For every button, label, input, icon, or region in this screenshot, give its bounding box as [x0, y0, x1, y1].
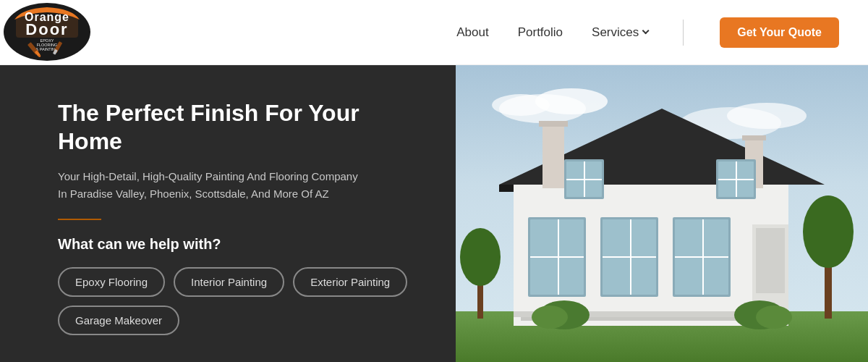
svg-text:Door: Door	[25, 20, 68, 38]
svg-point-14	[492, 94, 550, 116]
svg-marker-20	[499, 185, 514, 192]
logo: Orange Door EPOXY FLOORING & PAINTING	[0, 1, 94, 63]
nav-portfolio[interactable]: Portfolio	[518, 25, 563, 40]
svg-point-54	[803, 195, 854, 268]
hero-subtitle: Your High-Detail, High-Quality Painting …	[58, 168, 420, 203]
logo-area: Orange Door EPOXY FLOORING & PAINTING	[0, 1, 159, 63]
get-quote-button[interactable]: Get Your Quote	[720, 17, 839, 48]
svg-rect-22	[539, 121, 568, 127]
svg-rect-24	[742, 135, 766, 140]
nav-about[interactable]: About	[456, 25, 488, 40]
service-buttons: Epoxy Flooring Interior Painting Exterio…	[58, 267, 420, 335]
hero-title: The Perfect Finish For Your Home	[58, 99, 420, 155]
service-interior-painting[interactable]: Interior Painting	[174, 267, 284, 297]
hero-divider	[58, 219, 101, 220]
hero-section: The Perfect Finish For Your Home Your Hi…	[0, 65, 868, 362]
house-illustration	[456, 65, 868, 362]
svg-point-52	[756, 306, 792, 329]
svg-rect-46	[756, 228, 785, 293]
svg-point-16	[727, 103, 807, 129]
house-background	[456, 65, 868, 362]
service-exterior-painting[interactable]: Exterior Painting	[293, 267, 407, 297]
logo-svg: Orange Door EPOXY FLOORING & PAINTING	[0, 1, 94, 63]
nav-services[interactable]: Services	[592, 25, 647, 40]
nav: About Portfolio Services Get Your Quote	[456, 17, 839, 48]
hero-question: What can we help with?	[58, 236, 420, 253]
hero-image	[456, 65, 868, 362]
chevron-down-icon	[642, 27, 650, 34]
hero-content: The Perfect Finish For Your Home Your Hi…	[0, 65, 456, 362]
svg-point-51	[532, 306, 568, 329]
service-epoxy-flooring[interactable]: Epoxy Flooring	[58, 267, 165, 297]
svg-rect-21	[542, 123, 564, 188]
header: Orange Door EPOXY FLOORING & PAINTING	[0, 0, 868, 65]
svg-point-56	[460, 228, 501, 286]
nav-divider	[683, 20, 684, 46]
service-garage-makeover[interactable]: Garage Makeover	[58, 306, 179, 335]
